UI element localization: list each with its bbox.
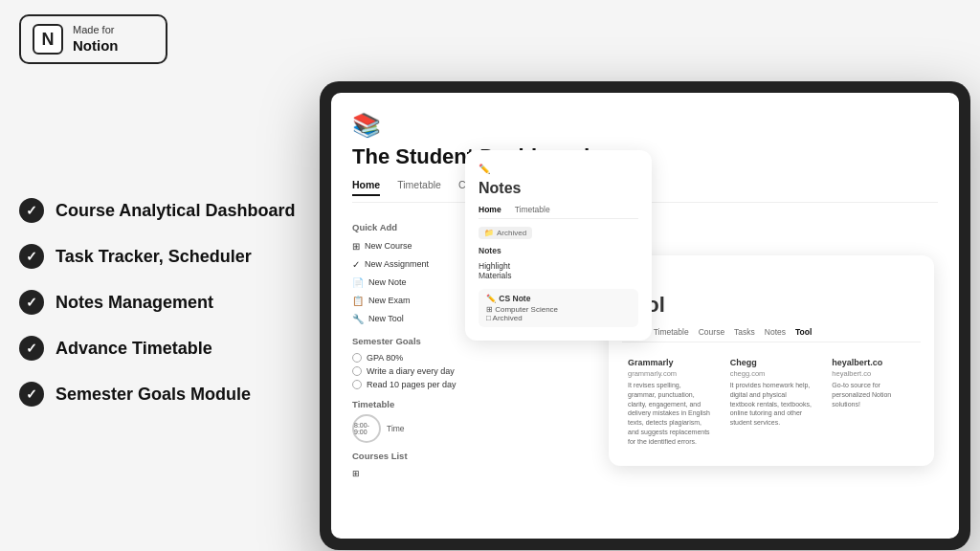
quick-add-assignment[interactable]: ✓ New Assignment	[352, 255, 467, 274]
timetable-header: Timetable	[352, 399, 467, 409]
cs-note-header: ✏️ CS Note	[486, 294, 631, 303]
archived-label: Archived	[497, 229, 526, 237]
cs-note-item: ⊞ Computer Science	[486, 305, 631, 314]
feature-item-1: Task Tracker, Scheduler	[19, 244, 306, 269]
goal-circle-1	[352, 366, 362, 376]
tablet-screen: 📚 The Student Dashboard Home Timetable C…	[331, 93, 959, 539]
notion-logo: N	[33, 24, 63, 55]
quick-add-exam[interactable]: 📋 New Exam	[352, 292, 467, 310]
left-column: Quick Add ⊞ New Course ✓ New Assignment …	[352, 214, 467, 539]
feature-text-4: Semester Goals Module	[56, 385, 251, 405]
tablet-area: 📚 The Student Dashboard Home Timetable C…	[320, 81, 980, 551]
timetable-time: 8:00-9:00	[354, 422, 379, 435]
tool-heyalbert-desc: Go-to source for personalized Notion sol…	[832, 381, 915, 408]
feature-item-2: Notes Management	[19, 290, 306, 315]
archived-tag: 📁 Archived	[479, 227, 532, 239]
notes-sidebar-highlight[interactable]: HighlightMaterials	[479, 260, 638, 281]
course-icon: ⊞	[352, 239, 360, 253]
notion-text: Made for Notion	[73, 24, 118, 54]
tool-nav-course[interactable]: Course	[699, 327, 724, 337]
quick-add-note[interactable]: 📄 New Note	[352, 274, 467, 292]
check-icon-0	[19, 198, 44, 223]
goal-diary: Write a diary every day	[352, 364, 467, 378]
tool-chegg-url: chegg.com	[730, 369, 813, 378]
courses-list-header: Courses List	[352, 451, 467, 461]
timetable-time-label: Time	[387, 424, 405, 433]
tool-item-heyalbert: heyalbert.co heyalbert.co Go-to source f…	[826, 352, 921, 452]
book-icon: 📚	[352, 112, 938, 139]
tool-nav-tasks[interactable]: Tasks	[734, 327, 755, 337]
check-icon-3	[19, 336, 44, 361]
features-list: Course Analytical Dashboard Task Tracker…	[19, 198, 306, 407]
tool-wrench-icon: 🔧	[622, 269, 921, 287]
check-icon-2	[19, 290, 44, 315]
cs-note-section: ✏️ CS Note ⊞ Computer Science □ Archived	[479, 289, 638, 327]
goal-circle-0	[352, 353, 362, 363]
left-panel: N Made for Notion Course Analytical Dash…	[0, 0, 325, 551]
quick-add-tool[interactable]: 🔧 New Tool	[352, 310, 467, 328]
quick-add-exam-label: New Exam	[368, 295, 411, 308]
check-icon-1	[19, 244, 44, 269]
goal-read: Read 10 pages per day	[352, 378, 467, 391]
check-icon-4	[19, 382, 44, 407]
timetable-circle: 8:00-9:00	[352, 414, 381, 443]
feature-text-2: Notes Management	[56, 293, 213, 313]
notes-sidebar-list: Notes HighlightMaterials	[479, 245, 638, 281]
tool-grammarly-name: Grammarly	[628, 358, 711, 367]
feature-text-1: Task Tracker, Scheduler	[56, 247, 252, 267]
cs-note-archived: □ Archived	[486, 314, 631, 322]
tool-item-chegg: Chegg chegg.com It provides homework hel…	[724, 352, 819, 452]
notes-edit-icon: ✏️	[479, 164, 490, 174]
tool-nav-tool[interactable]: Tool	[795, 327, 812, 337]
nav-timetable[interactable]: Timetable	[397, 179, 441, 196]
tool-icon: 🔧	[352, 312, 364, 326]
tool-nav-timetable[interactable]: Timetable	[654, 327, 689, 337]
tool-item-grammarly: Grammarly grammarly.com It revises spell…	[622, 352, 717, 452]
goal-gpa-label: GPA 80%	[367, 353, 403, 363]
feature-item-3: Advance Timetable	[19, 336, 306, 361]
notes-card-title: Notes	[479, 180, 638, 197]
notion-badge: N Made for Notion	[19, 14, 167, 64]
goal-diary-label: Write a diary every day	[367, 366, 455, 376]
semester-goals-header: Semester Goals	[352, 336, 467, 346]
quick-add-header: Quick Add	[352, 222, 467, 232]
quick-add-course-label: New Course	[365, 240, 412, 253]
goal-gpa: GPA 80%	[352, 351, 467, 364]
notion-name-text: Notion	[73, 37, 118, 55]
feature-text-3: Advance Timetable	[56, 339, 212, 359]
tool-card: 🔧 Tool Home Timetable Course Tasks Notes…	[609, 255, 934, 466]
notion-made-for-text: Made for	[73, 24, 118, 36]
nav-home[interactable]: Home	[352, 179, 380, 196]
quick-add-course[interactable]: ⊞ New Course	[352, 237, 467, 255]
goal-circle-2	[352, 380, 362, 389]
timetable-preview: 8:00-9:00 Time	[352, 414, 467, 443]
feature-item-0: Course Analytical Dashboard	[19, 198, 306, 223]
courses-list-icon: ⊞	[352, 468, 360, 481]
tool-heyalbert-name: heyalbert.co	[832, 358, 915, 367]
tool-chegg-name: Chegg	[730, 358, 813, 367]
tablet-frame: 📚 The Student Dashboard Home Timetable C…	[320, 81, 970, 550]
tool-grammarly-url: grammarly.com	[628, 369, 711, 378]
tool-nav-notes[interactable]: Notes	[765, 327, 786, 337]
screen-content: 📚 The Student Dashboard Home Timetable C…	[331, 93, 959, 539]
quick-add-assignment-label: New Assignment	[365, 258, 429, 272]
courses-list-item: ⊞	[352, 466, 467, 483]
feature-text-0: Course Analytical Dashboard	[56, 201, 295, 221]
tool-heyalbert-url: heyalbert.co	[832, 369, 915, 378]
note-icon: 📄	[352, 276, 364, 290]
quick-add-note-label: New Note	[368, 276, 407, 290]
tool-grid: Grammarly grammarly.com It revises spell…	[622, 352, 921, 452]
tool-grammarly-desc: It revises spelling, grammar, punctuatio…	[628, 381, 711, 447]
feature-item-4: Semester Goals Module	[19, 382, 306, 407]
notes-sidebar-notes[interactable]: Notes	[479, 245, 638, 256]
tool-mini-nav[interactable]: Home Timetable Course Tasks Notes Tool	[622, 327, 921, 342]
notes-mini-nav[interactable]: Home Timetable	[479, 205, 638, 219]
assignment-icon: ✓	[352, 257, 360, 272]
notes-nav-home[interactable]: Home	[479, 205, 501, 214]
notes-card: ✏️ Notes Home Timetable 📁 Archived Notes…	[465, 150, 652, 341]
tool-chegg-desc: It provides homework help, digital and p…	[730, 381, 813, 428]
goal-read-label: Read 10 pages per day	[367, 380, 457, 389]
archived-icon: 📁	[484, 229, 494, 237]
exam-icon: 📋	[352, 294, 364, 308]
notes-nav-timetable[interactable]: Timetable	[515, 205, 550, 214]
